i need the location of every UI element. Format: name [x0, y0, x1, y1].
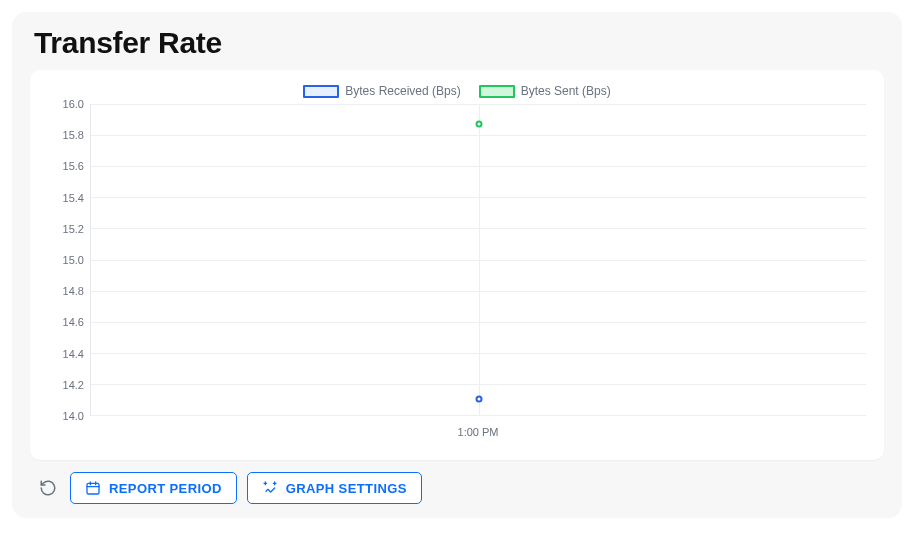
panel-title: Transfer Rate [34, 26, 884, 60]
y-tick-label: 14.2 [63, 379, 84, 391]
legend-swatch-icon [479, 85, 515, 98]
report-period-button[interactable]: REPORT PERIOD [70, 472, 237, 504]
y-tick-label: 14.0 [63, 410, 84, 422]
svg-rect-0 [87, 483, 99, 494]
data-point [475, 396, 482, 403]
x-axis: 1:00 PM [90, 422, 866, 442]
legend-label: Bytes Received (Bps) [345, 84, 460, 98]
y-tick-label: 15.8 [63, 129, 84, 141]
y-tick-label: 15.2 [63, 223, 84, 235]
data-point [475, 121, 482, 128]
y-tick-label: 16.0 [63, 98, 84, 110]
legend-label: Bytes Sent (Bps) [521, 84, 611, 98]
chart-legend: Bytes Received (Bps) Bytes Sent (Bps) [48, 84, 866, 98]
y-tick-label: 14.8 [63, 285, 84, 297]
graph-settings-button[interactable]: GRAPH SETTINGS [247, 472, 422, 504]
gridline [91, 415, 866, 416]
y-tick-label: 15.6 [63, 160, 84, 172]
plot-wrap: 16.015.815.615.415.215.014.814.614.414.2… [48, 104, 866, 422]
legend-item-bytes-received[interactable]: Bytes Received (Bps) [303, 84, 460, 98]
calendar-icon [85, 480, 101, 496]
transfer-rate-panel: Transfer Rate Bytes Received (Bps) Bytes… [12, 12, 902, 518]
y-tick-label: 14.6 [63, 316, 84, 328]
y-tick-label: 15.4 [63, 192, 84, 204]
refresh-icon [39, 479, 57, 497]
chart-toolbar: REPORT PERIOD GRAPH SETTINGS [30, 472, 884, 504]
y-tick-label: 14.4 [63, 348, 84, 360]
sparkle-settings-icon [262, 480, 278, 496]
vertical-gridline [479, 104, 480, 415]
legend-item-bytes-sent[interactable]: Bytes Sent (Bps) [479, 84, 611, 98]
x-tick-label: 1:00 PM [458, 426, 499, 438]
plot-area [90, 104, 866, 416]
button-label: GRAPH SETTINGS [286, 481, 407, 496]
y-tick-label: 15.0 [63, 254, 84, 266]
button-label: REPORT PERIOD [109, 481, 222, 496]
y-axis: 16.015.815.615.415.215.014.814.614.414.2… [48, 98, 90, 422]
chart-card: Bytes Received (Bps) Bytes Sent (Bps) 16… [30, 70, 884, 460]
legend-swatch-icon [303, 85, 339, 98]
reset-button[interactable] [36, 476, 60, 500]
